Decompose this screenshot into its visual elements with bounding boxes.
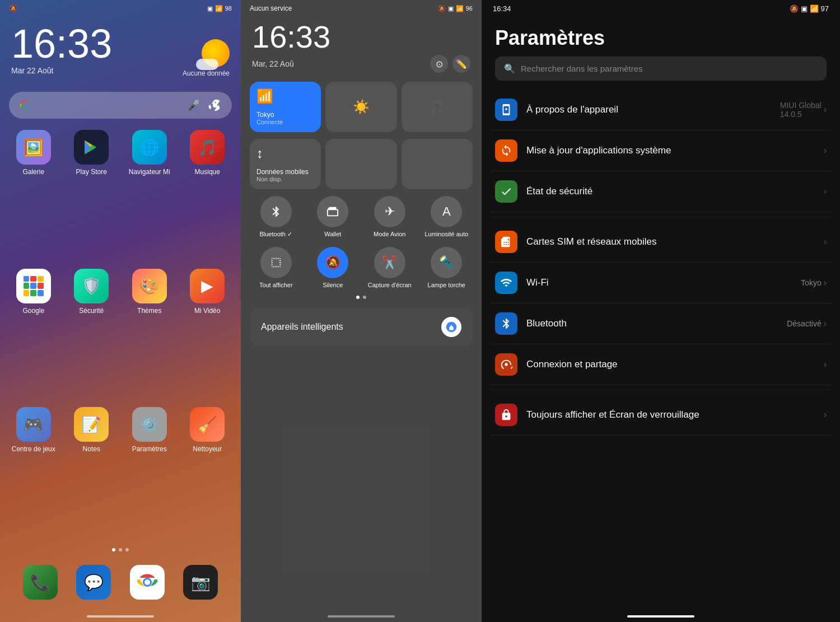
app-label-securite: Sécurité — [79, 307, 104, 315]
toggle-avion[interactable]: ✈ Mode Avion — [363, 196, 416, 238]
dock-camera[interactable]: 📷 — [183, 565, 218, 600]
search-placeholder: Rechercher dans les paramètres — [521, 64, 643, 73]
quick-toggles-row1: Bluetooth ✓ Wallet ✈ Mode Avion A Lumino… — [241, 194, 482, 240]
settings-item-wifi[interactable]: Wi-Fi Tokyo › — [491, 263, 831, 303]
app-google[interactable]: Google — [9, 269, 58, 399]
brightness-icon: ☀️ — [353, 99, 370, 115]
home-status-wifi: 📶 — [215, 5, 223, 12]
app-label-galerie: Galerie — [22, 168, 44, 176]
wifi-content: Wi-Fi — [526, 277, 792, 288]
camera-search-icon[interactable] — [207, 97, 223, 113]
toggle-silence[interactable]: 🔕 Silence — [307, 247, 360, 289]
dock-messages[interactable]: 💬 — [76, 565, 111, 600]
app-navigateur[interactable]: 🌐 Navigateur Mi — [125, 130, 174, 260]
smart-devices-label: Appareils intelligents — [261, 322, 343, 332]
wifi-tile-sublabel: Connecté — [256, 119, 314, 125]
miseajour-content: Mise à jour d'applications système — [526, 145, 815, 156]
securite-icon: 🛡️ — [74, 269, 109, 303]
bluetooth-content: Bluetooth — [526, 318, 778, 329]
sim-right: › — [824, 237, 827, 247]
wifi-right: Tokyo › — [801, 278, 827, 288]
app-centrejeux[interactable]: 🎮 Centre de jeux — [9, 407, 58, 537]
weather-widget: Aucune donnée — [183, 39, 230, 77]
app-playstore[interactable]: Play Store — [67, 130, 116, 260]
settings-item-sim[interactable]: Cartes SIM et réseaux mobiles › — [491, 222, 831, 263]
settings-mute-icon: 🔕 — [790, 4, 799, 13]
dot-1 — [112, 548, 115, 551]
wifi-tile[interactable]: 📶 Tokyo Connecté — [250, 82, 321, 132]
galerie-icon: 🖼️ — [16, 130, 51, 165]
settings-item-miseajour[interactable]: Mise à jour d'applications système › — [491, 130, 831, 171]
centrejeux-icon: 🎮 — [16, 407, 51, 442]
settings-status-time: 16:34 — [493, 4, 511, 13]
ecran-chevron: › — [824, 410, 827, 420]
notif-edit-btn[interactable]: ✏️ — [452, 55, 470, 73]
playstore-icon — [74, 130, 109, 165]
toggle-lampe[interactable]: 🔦 Lampe torche — [421, 247, 473, 289]
mobile-data-tile[interactable]: ↕️ Données mobiles Non disp. — [250, 139, 321, 189]
home-indicator — [87, 615, 154, 618]
apropos-version: MIUI Global14.0.5 — [780, 101, 822, 119]
wifi-settings-icon — [495, 272, 517, 294]
notif-brightness-btn[interactable]: ⊙ — [430, 55, 448, 73]
app-label-mivideo: Mi Vidéo — [194, 307, 220, 315]
lampe-toggle-label: Lampe torche — [428, 282, 465, 289]
app-nettoyeur[interactable]: 🧹 Nettoyeur — [183, 407, 232, 537]
app-themes[interactable]: 🎨 Thèmes — [125, 269, 174, 399]
toggle-capture[interactable]: ✂️ Capture d'écran — [363, 247, 416, 289]
silence-toggle-icon: 🔕 — [317, 247, 348, 278]
lampe-toggle-icon: 🔦 — [431, 247, 462, 278]
toggle-bluetooth[interactable]: Bluetooth ✓ — [250, 196, 302, 238]
smart-devices-section[interactable]: Appareils intelligents — [250, 308, 473, 346]
notif-indicator — [328, 615, 395, 618]
settings-item-connexion[interactable]: Connexion et partage › — [491, 344, 831, 385]
mic-icon[interactable]: 🎤 — [186, 97, 202, 113]
music-tile[interactable]: 🎵 — [402, 82, 473, 132]
miseajour-chevron: › — [824, 146, 827, 156]
app-parametres[interactable]: ⚙️ Paramètres — [125, 407, 174, 537]
bluetooth-toggle-label: Bluetooth ✓ — [259, 231, 292, 238]
brightness-tile[interactable]: ☀️ — [325, 82, 396, 132]
app-galerie[interactable]: 🖼️ Galerie — [9, 130, 58, 260]
toggle-brightness[interactable]: A Luminosité auto — [421, 196, 473, 238]
settings-item-securite[interactable]: État de sécurité › — [491, 171, 831, 212]
google-icon — [16, 269, 51, 303]
app-mivideo[interactable]: ▶ Mi Vidéo — [183, 269, 232, 399]
google-home-icon — [441, 317, 461, 337]
quick-tiles: 📶 Tokyo Connecté ☀️ 🎵 — [241, 77, 482, 137]
app-label-notes: Notes — [83, 445, 100, 453]
notif-wifi-icon: 📶 — [456, 5, 464, 12]
notif-dot-1 — [356, 296, 360, 299]
quick-tiles-row2: ↕️ Données mobiles Non disp. — [241, 134, 482, 194]
weather-text: Aucune donnée — [183, 69, 230, 77]
wifi-title: Wi-Fi — [526, 277, 792, 288]
settings-indicator — [627, 615, 694, 618]
wallet-toggle-icon — [317, 196, 348, 227]
settings-item-ecran[interactable]: Toujours afficher et Écran de verrouilla… — [491, 395, 831, 436]
dock-chrome[interactable] — [130, 565, 165, 600]
toggle-wallet[interactable]: Wallet — [307, 196, 360, 238]
app-musique[interactable]: 🎵 Musique — [183, 130, 232, 260]
settings-item-bluetooth[interactable]: Bluetooth Désactivé › — [491, 303, 831, 344]
app-notes[interactable]: 📝 Notes — [67, 407, 116, 537]
app-securite[interactable]: 🛡️ Sécurité — [67, 269, 116, 399]
notif-battery-icon: 96 — [466, 5, 473, 12]
dock-phone[interactable]: 📞 — [23, 565, 58, 600]
notification-panel: Aucun service 🔕 ▣ 📶 96 16:33 Mar, 22 Aoû… — [241, 0, 482, 622]
wallet-toggle-label: Wallet — [324, 231, 341, 238]
miseajour-icon — [495, 139, 517, 162]
notif-dot-2 — [363, 296, 366, 299]
securite-chevron: › — [824, 186, 827, 197]
search-bar[interactable]: 🎤 — [9, 92, 232, 119]
tout-afficher-label: Tout afficher — [259, 282, 293, 289]
app-label-google: Google — [22, 307, 44, 315]
settings-item-apropos[interactable]: À propos de l'appareil MIUI Global14.0.5… — [491, 90, 831, 130]
settings-title: Paramètres — [482, 17, 840, 57]
search-icon: 🔍 — [504, 63, 515, 74]
settings-search[interactable]: 🔍 Rechercher dans les paramètres — [495, 57, 827, 81]
silence-toggle-label: Silence — [323, 282, 343, 289]
musique-icon: 🎵 — [190, 130, 225, 165]
messages-icon: 💬 — [76, 565, 111, 600]
themes-icon: 🎨 — [132, 269, 167, 303]
toggle-tout[interactable]: Tout afficher — [250, 247, 302, 289]
